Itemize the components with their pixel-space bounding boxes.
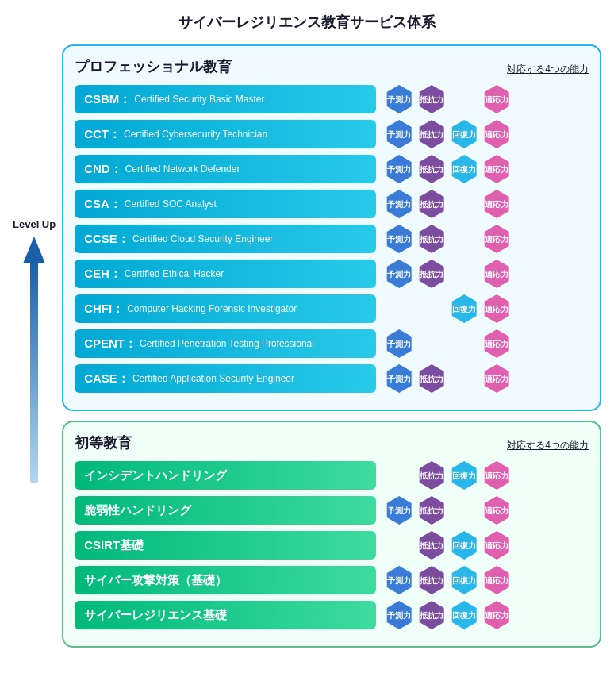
course-badge-cnd: CND：Certified Network Defender — [75, 155, 376, 183]
yosoku-hex: 予測力 — [385, 601, 413, 629]
taiou-hex: 適応力 — [482, 531, 511, 560]
teiko-hex: 抵抗力 — [417, 364, 446, 393]
course-thin-ccse: Certified Cloud Security Engineer — [132, 233, 273, 244]
kaifuku-hex: 回復力 — [450, 294, 478, 323]
abilities-csa: 予測力抵抗力適応力 — [384, 189, 512, 219]
course-badge-cpent: CPENT：Certified Penetration Testing Prof… — [75, 329, 376, 358]
abilities-vulnerability: 予測力抵抗力適応力 — [384, 495, 512, 525]
teiko-hex: 抵抗力 — [417, 190, 446, 218]
taiou-hex: 適応力 — [482, 294, 511, 323]
basic-ability-header: 対応する4つの能力 — [507, 439, 589, 452]
kaifuku-hex: 回復力 — [450, 155, 478, 183]
course-thin-case: Certified Application Security Engineer — [132, 373, 294, 384]
course-bold-vulnerability: 脆弱性ハンドリング — [84, 503, 191, 518]
abilities-cpent: 予測力適応力 — [384, 329, 512, 359]
course-row-case: CASE：Certified Application Security Engi… — [75, 363, 589, 394]
course-bold-chfi: CHFI： — [84, 302, 124, 317]
course-bold-csbm: CSBM： — [84, 92, 131, 107]
taiou-hex: 適応力 — [482, 190, 511, 218]
basic-courses-list: インシデントハンドリング抵抗力回復力適応力脆弱性ハンドリング予測力抵抗力適応力C… — [75, 460, 589, 630]
yosoku-hex: 予測力 — [385, 260, 413, 288]
course-bold-cyberattack: サイバー攻撃対策（基礎） — [84, 573, 227, 588]
abilities-ccse: 予測力抵抗力適応力 — [384, 224, 512, 254]
page-title: サイバーレジリエンス教育サービス体系 — [13, 13, 601, 32]
course-row-csirt: CSIRT基礎抵抗力回復力適応力 — [75, 530, 589, 560]
course-bold-ccse: CCSE： — [84, 232, 129, 247]
teiko-hex: 抵抗力 — [417, 155, 446, 183]
pro-ability-header: 対応する4つの能力 — [507, 63, 589, 76]
level-up-container: Level Up — [13, 44, 56, 648]
yosoku-hex: 予測力 — [385, 496, 413, 525]
kaifuku-hex: 回復力 — [450, 120, 478, 148]
course-bold-cpent: CPENT： — [84, 337, 136, 352]
course-thin-cct: Certified Cybersecurity Technician — [124, 129, 267, 140]
course-badge-resilience: サイバーレジリエンス基礎 — [75, 601, 376, 629]
course-badge-csirt: CSIRT基礎 — [75, 531, 376, 560]
main-layout: Level Up プロフェッショナル教育 対応する4つの能力 CSBM：Cert… — [13, 44, 601, 648]
course-row-cnd: CND：Certified Network Defender予測力抵抗力回復力適… — [75, 154, 589, 184]
course-row-csbm: CSBM：Certified Security Basic Master予測力抵… — [75, 84, 589, 114]
course-badge-case: CASE：Certified Application Security Engi… — [75, 364, 376, 393]
teiko-hex: 抵抗力 — [417, 601, 446, 629]
svg-rect-0 — [30, 260, 38, 483]
yosoku-hex: 予測力 — [385, 364, 413, 393]
teiko-hex: 抵抗力 — [417, 566, 446, 594]
course-row-ccse: CCSE：Certified Cloud Security Engineer予測… — [75, 224, 589, 254]
course-badge-chfi: CHFI：Computer Hacking Forensic Investiga… — [75, 294, 376, 323]
course-badge-cyberattack: サイバー攻撃対策（基礎） — [75, 566, 376, 594]
course-bold-ceh: CEH： — [84, 267, 121, 282]
yosoku-hex: 予測力 — [385, 225, 413, 253]
teiko-hex: 抵抗力 — [417, 120, 446, 148]
svg-marker-1 — [23, 237, 45, 263]
taiou-hex: 適応力 — [482, 566, 511, 594]
course-row-ceh: CEH：Certified Ethical Hacker予測力抵抗力適応力 — [75, 259, 589, 289]
teiko-hex: 抵抗力 — [417, 85, 446, 113]
course-bold-incident: インシデントハンドリング — [84, 468, 227, 483]
course-thin-ceh: Certified Ethical Hacker — [125, 268, 224, 279]
taiou-hex: 適応力 — [482, 329, 511, 358]
course-badge-csa: CSA：Certified SOC Analyst — [75, 190, 376, 218]
course-badge-cct: CCT：Certified Cybersecurity Technician — [75, 120, 376, 148]
yosoku-hex: 予測力 — [385, 190, 413, 218]
course-badge-ccse: CCSE：Certified Cloud Security Engineer — [75, 225, 376, 253]
teiko-hex: 抵抗力 — [417, 496, 446, 525]
yosoku-hex: 予測力 — [385, 120, 413, 148]
pro-section-title: プロフェッショナル教育 — [75, 57, 232, 76]
level-up-arrow — [23, 237, 45, 490]
taiou-hex: 適応力 — [482, 120, 511, 148]
abilities-case: 予測力抵抗力適応力 — [384, 363, 512, 394]
abilities-resilience: 予測力抵抗力回復力適応力 — [384, 600, 512, 630]
course-badge-vulnerability: 脆弱性ハンドリング — [75, 496, 376, 525]
abilities-cnd: 予測力抵抗力回復力適応力 — [384, 154, 512, 184]
kaifuku-hex: 回復力 — [450, 461, 478, 490]
abilities-ceh: 予測力抵抗力適応力 — [384, 259, 512, 289]
abilities-incident: 抵抗力回復力適応力 — [384, 460, 512, 490]
course-thin-cnd: Certified Network Defender — [125, 163, 240, 175]
course-row-incident: インシデントハンドリング抵抗力回復力適応力 — [75, 460, 589, 490]
course-bold-csirt: CSIRT基礎 — [84, 538, 144, 553]
content-column: プロフェッショナル教育 対応する4つの能力 CSBM：Certified Sec… — [62, 44, 601, 648]
pro-section: プロフェッショナル教育 対応する4つの能力 CSBM：Certified Sec… — [62, 44, 601, 411]
teiko-hex: 抵抗力 — [417, 225, 446, 253]
pro-courses-list: CSBM：Certified Security Basic Master予測力抵… — [75, 84, 589, 394]
pro-section-header: プロフェッショナル教育 対応する4つの能力 — [75, 57, 589, 76]
course-thin-csbm: Certified Security Basic Master — [134, 94, 264, 105]
teiko-hex: 抵抗力 — [417, 531, 446, 560]
course-thin-chfi: Computer Hacking Forensic Investigator — [127, 303, 297, 314]
basic-section-header: 初等教育 対応する4つの能力 — [75, 433, 589, 452]
abilities-csirt: 抵抗力回復力適応力 — [384, 530, 512, 560]
taiou-hex: 適応力 — [482, 225, 511, 253]
course-thin-csa: Certified SOC Analyst — [125, 198, 217, 210]
level-up-label: Level Up — [13, 218, 56, 230]
taiou-hex: 適応力 — [482, 260, 511, 288]
course-row-vulnerability: 脆弱性ハンドリング予測力抵抗力適応力 — [75, 495, 589, 525]
abilities-cct: 予測力抵抗力回復力適応力 — [384, 119, 512, 149]
course-row-cpent: CPENT：Certified Penetration Testing Prof… — [75, 329, 589, 359]
taiou-hex: 適応力 — [482, 364, 511, 393]
course-row-cct: CCT：Certified Cybersecurity Technician予測… — [75, 119, 589, 149]
yosoku-hex: 予測力 — [385, 155, 413, 183]
course-thin-cpent: Certified Penetration Testing Profession… — [140, 338, 314, 349]
course-row-cyberattack: サイバー攻撃対策（基礎）予測力抵抗力回復力適応力 — [75, 565, 589, 595]
teiko-hex: 抵抗力 — [417, 461, 446, 490]
taiou-hex: 適応力 — [482, 85, 511, 113]
